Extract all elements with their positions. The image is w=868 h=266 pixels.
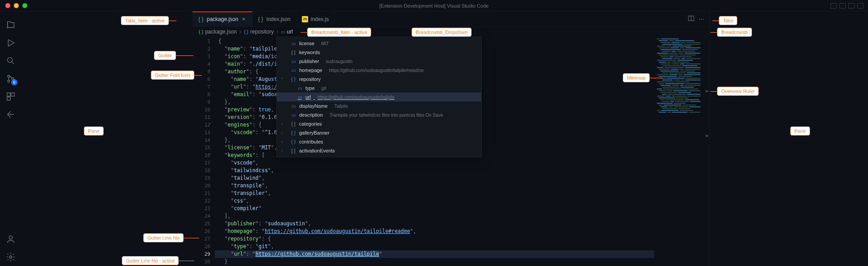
minimap-line: [657, 69, 701, 70]
search-icon[interactable]: [0, 52, 21, 70]
more-actions-icon[interactable]: ⋯: [699, 16, 704, 22]
fold-icon[interactable]: ˅: [209, 122, 211, 129]
code-line[interactable]: "url": "https://github.com/sudoaugustin/…: [215, 250, 654, 258]
symbol-icon: ▭: [290, 59, 296, 64]
minimap-line: [657, 94, 701, 95]
string-icon: ▭: [281, 30, 285, 34]
layout-icon[interactable]: [848, 3, 855, 8]
explorer-icon[interactable]: [0, 16, 21, 34]
gutter-line: 27: [192, 235, 210, 243]
dropdown-hint: git: [321, 86, 326, 91]
extensions-icon[interactable]: [0, 88, 21, 106]
code-line[interactable]: ],: [218, 212, 654, 220]
code-line[interactable]: }: [218, 258, 654, 266]
tab-index-json[interactable]: { }index.json: [252, 12, 296, 26]
dropdown-item-contributes[interactable]: ›{ }contributes: [277, 137, 481, 146]
breadcrumb-label: repository: [250, 29, 274, 35]
settings-gear-icon[interactable]: [0, 248, 21, 266]
layout-icon[interactable]: [830, 3, 837, 8]
svg-point-2: [8, 80, 10, 82]
gutter-line: 25: [192, 220, 210, 228]
account-icon[interactable]: [0, 230, 21, 248]
breadcrumb-item-url[interactable]: ▭url: [281, 29, 292, 35]
callout-tabs: Tabs: [719, 16, 737, 25]
minimap-line: [657, 78, 701, 79]
code-line[interactable]: "transpiler",: [218, 190, 654, 197]
dropdown-item-homepage[interactable]: ▭homepage https://github.com/sudoaugusti…: [277, 66, 481, 75]
share-icon[interactable]: [0, 106, 21, 123]
minimap-line: [657, 81, 701, 82]
split-editor-icon[interactable]: [688, 15, 694, 23]
dropdown-item-repository[interactable]: ˅{ }repository: [277, 75, 481, 84]
dropdown-item-displayName[interactable]: ▭displayName Tailpile: [277, 101, 481, 110]
dropdown-item-publisher[interactable]: ▭publisher sudoaugustin: [277, 57, 481, 66]
minimap-line: [657, 105, 701, 106]
tab-package-json[interactable]: { }package.json×: [192, 12, 252, 26]
dropdown-label: keywords: [299, 50, 320, 55]
run-debug-icon[interactable]: [0, 34, 21, 52]
gutter-line: 14: [192, 136, 210, 144]
gutter-line: 28: [192, 243, 210, 250]
dropdown-item-categories[interactable]: ›[ ]categories: [277, 119, 481, 128]
json-icon: { }: [258, 16, 264, 22]
symbol-icon: ▭: [290, 41, 296, 46]
code-line[interactable]: "repository": {: [218, 235, 654, 243]
source-control-icon[interactable]: 6: [0, 70, 21, 88]
gutter-line: 10: [192, 106, 210, 114]
svg-point-7: [9, 236, 12, 239]
code-line[interactable]: "tailwindcss",: [218, 167, 654, 174]
symbol-icon: ▭: [290, 113, 296, 118]
callout-gutter-line-no: Gutter Line No: [143, 233, 184, 242]
breadcrumb-item-repository[interactable]: { }repository: [244, 29, 274, 35]
layout-icon[interactable]: [839, 3, 846, 8]
window-minimize-icon[interactable]: [14, 3, 19, 8]
code-line[interactable]: "homepage": "https://github.com/sudoaugu…: [218, 228, 654, 235]
gutter-line: 3: [192, 53, 210, 60]
fold-icon[interactable]: ˅: [209, 68, 211, 76]
tab-index-js[interactable]: JSindex.js: [296, 12, 335, 26]
code-line[interactable]: "type": "git",: [218, 243, 654, 250]
gutter-line: 15: [192, 144, 210, 152]
dropdown-label: repository: [299, 76, 321, 82]
code-line[interactable]: "css",: [218, 197, 654, 205]
layout-icon[interactable]: [857, 3, 864, 8]
close-icon[interactable]: ×: [241, 17, 246, 22]
minimap-line: [657, 63, 701, 64]
window-close-icon[interactable]: [5, 3, 10, 8]
minimap-line: [657, 74, 701, 75]
fold-icon[interactable]: ˅: [209, 152, 211, 160]
callout-pane-left: Pane: [84, 127, 104, 135]
symbol-icon: [ ]: [290, 122, 296, 127]
dropdown-item-url[interactable]: ▭url https://github.com/sudoaugustin/tai…: [277, 93, 481, 101]
dropdown-item-description[interactable]: ▭description Transpile your tailwindcss …: [277, 110, 481, 119]
minimap-line: [657, 92, 701, 93]
dropdown-item-type[interactable]: ▭type git: [277, 84, 481, 93]
window-zoom-icon[interactable]: [22, 3, 27, 8]
code-line[interactable]: "transpile",: [218, 182, 654, 190]
gutter-line: 21: [192, 190, 210, 197]
dropdown-item-keywords[interactable]: [ ]keywords: [277, 48, 481, 57]
dropdown-item-license[interactable]: ▭license MIT: [277, 39, 481, 48]
dropdown-item-activationEvents[interactable]: ›[ ]activationEvents: [277, 146, 481, 155]
code-line[interactable]: "tailwind",: [218, 174, 654, 182]
gutter-line: 16˅: [192, 152, 210, 159]
code-line[interactable]: "compiler": [218, 205, 654, 212]
dropdown-item-galleryBanner[interactable]: ›{ }galleryBanner: [277, 128, 481, 137]
object-icon: { }: [244, 29, 248, 34]
callout-breadcrumb: Breadcrumb: [717, 28, 752, 37]
code-line[interactable]: "publisher": "sudoaugustin",: [218, 220, 654, 228]
overview-ruler[interactable]: [703, 37, 709, 266]
dropdown-label: categories: [299, 121, 322, 127]
titlebar: [Extension Development Host] Visual Stud…: [0, 0, 868, 12]
symbol-icon: ▭: [296, 95, 303, 100]
dropdown-label: homepage: [299, 68, 322, 73]
breadcrumb-label: package.json: [205, 29, 237, 35]
gutter-line: 2: [192, 45, 210, 53]
minimap-line: [657, 65, 701, 66]
breadcrumb-item-package-json[interactable]: { }package.json: [199, 29, 237, 35]
minimap-line: [657, 96, 701, 97]
callout-pane-right: Pane: [790, 127, 810, 135]
pane-left: [21, 12, 192, 266]
code-line[interactable]: "vscode",: [218, 159, 654, 167]
minimap[interactable]: [654, 37, 703, 266]
